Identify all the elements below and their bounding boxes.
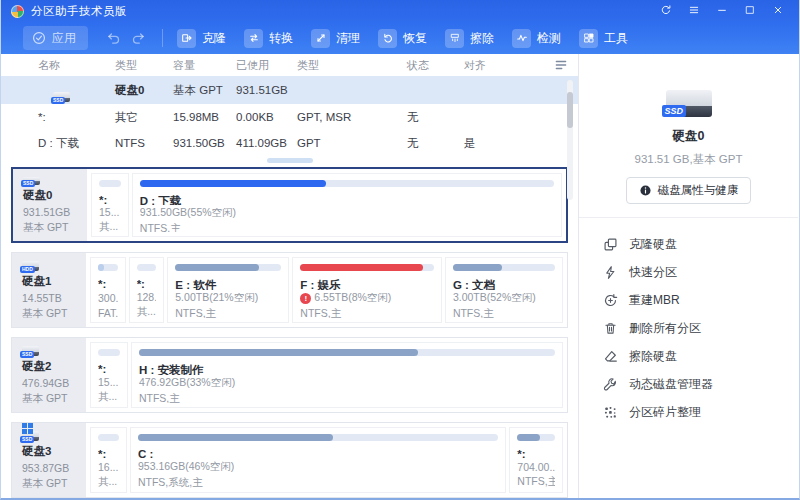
titlebar: 分区助手技术员版 bbox=[1, 0, 799, 22]
refresh-button[interactable] bbox=[655, 2, 677, 20]
partition-block[interactable]: *:128...其... bbox=[129, 257, 165, 323]
partition-filesystem: 其... bbox=[99, 220, 121, 232]
partition-size: 953.16GB(46%空闲) bbox=[138, 461, 498, 473]
toolbar-button-convert[interactable]: 转换 bbox=[244, 29, 293, 48]
close-icon bbox=[772, 2, 784, 20]
undo-icon[interactable] bbox=[106, 31, 121, 46]
sidebar-disk-name: 硬盘0 bbox=[579, 128, 798, 145]
minimize-button[interactable] bbox=[711, 2, 733, 20]
disk-row[interactable]: SSD硬盘3953.87GB基本 GPT*:16...其...C :953.16… bbox=[11, 422, 568, 498]
disk-info-block[interactable]: SSD硬盘3953.87GB基本 GPT bbox=[12, 423, 86, 497]
usage-bar bbox=[98, 349, 120, 356]
partition-block[interactable]: *:704.00...NTFS,主 bbox=[509, 427, 563, 493]
apply-button[interactable]: 应用 bbox=[23, 26, 88, 50]
toolbar-button-label: 擦除 bbox=[470, 30, 494, 47]
disk-info-block[interactable]: SSD硬盘2476.94GB基本 GPT bbox=[12, 338, 86, 412]
sidebar-item-label: 克隆硬盘 bbox=[629, 236, 677, 253]
toolbar-button-detect[interactable]: 检测 bbox=[512, 29, 561, 48]
disk-info-block[interactable]: HDD硬盘114.55TB基本 GPT bbox=[12, 253, 86, 327]
app-window: 分区助手技术员版 应用 克隆转换清理恢复擦除检测工具 名称类型容量已使用类型状态… bbox=[0, 0, 800, 500]
disk-row[interactable]: SSD硬盘0931.51GB基本 GPT*:15...其...D : 下载931… bbox=[11, 167, 568, 243]
splitter-handle[interactable] bbox=[267, 158, 313, 163]
ssd-icon: SSD bbox=[22, 431, 39, 441]
partition-block[interactable]: G : 文档3.00TB(52%空闲)NTFS,主 bbox=[445, 257, 563, 323]
partition-block[interactable]: D : 下载931.50GB(55%空闲)NTFS,主 bbox=[132, 173, 562, 237]
maximize-button[interactable] bbox=[739, 2, 761, 20]
main-area: 名称类型容量已使用类型状态对齐 SSD硬盘0基本 GPT931.51GB*:其它… bbox=[1, 54, 799, 498]
view-options-icon[interactable] bbox=[554, 58, 568, 72]
warning-icon: ! bbox=[300, 293, 311, 304]
toolbar-button-recover[interactable]: 恢复 bbox=[378, 29, 427, 48]
sidebar-item-label: 分区碎片整理 bbox=[629, 404, 701, 421]
partition-label: F : 娱乐 bbox=[300, 278, 434, 290]
sidebar-item-quick[interactable]: 快速分区 bbox=[603, 258, 798, 286]
table-cell: 931.50GB bbox=[173, 137, 236, 149]
usage-bar bbox=[453, 264, 555, 271]
table-row[interactable]: SSD硬盘0基本 GPT931.51GB bbox=[1, 76, 578, 104]
table-cell: 15.98MB bbox=[173, 111, 236, 123]
convert-icon bbox=[244, 29, 263, 48]
partition-block[interactable]: *:16...其... bbox=[90, 427, 127, 493]
disk-type: 基本 GPT bbox=[23, 221, 87, 235]
scrollbar-thumb[interactable] bbox=[567, 92, 573, 128]
usage-bar bbox=[175, 264, 281, 271]
table-body: SSD硬盘0基本 GPT931.51GB*:其它15.98MB0.00KBGPT… bbox=[1, 76, 578, 156]
sb-quick-icon bbox=[603, 265, 618, 280]
partition-block[interactable]: E : 软件5.00TB(21%空闲)NTFS,主 bbox=[167, 257, 289, 323]
usage-bar-fill bbox=[138, 434, 333, 441]
close-button[interactable] bbox=[767, 2, 789, 20]
minimize-icon bbox=[716, 2, 728, 20]
disk-properties-button[interactable]: 磁盘属性与健康 bbox=[626, 177, 752, 204]
partition-size: 5.00TB(21%空闲) bbox=[175, 293, 281, 304]
partition-filesystem: FAT... bbox=[98, 307, 118, 318]
sb-trash-icon bbox=[603, 321, 618, 336]
sb-rebuild-icon bbox=[603, 293, 618, 308]
partition-size: 704.00... bbox=[517, 462, 555, 473]
sidebar-item-wrench[interactable]: 动态磁盘管理器 bbox=[603, 370, 798, 398]
sidebar-item-clone[interactable]: 克隆硬盘 bbox=[603, 230, 798, 258]
partition-label: H : 安装制作 bbox=[139, 363, 555, 375]
partitions: *:15...其...H : 安装制作476.92GB(33%空闲)NTFS,主 bbox=[86, 338, 567, 412]
partition-block[interactable]: C :953.16GB(46%空闲)NTFS,系统,主 bbox=[130, 427, 506, 493]
partitions: *:300...FAT...*:128...其...E : 软件5.00TB(2… bbox=[86, 253, 567, 327]
table-header-cell: 类型 bbox=[297, 58, 407, 73]
disk-row[interactable]: HDD硬盘114.55TB基本 GPT*:300...FAT...*:128..… bbox=[11, 252, 568, 328]
redo-icon[interactable] bbox=[131, 31, 146, 46]
partition-block[interactable]: *:15...其... bbox=[90, 342, 128, 408]
menu-button[interactable] bbox=[683, 2, 705, 20]
toolbar-button-clone[interactable]: 克隆 bbox=[177, 29, 226, 48]
table-header: 名称类型容量已使用类型状态对齐 bbox=[1, 54, 578, 76]
partitions: *:16...其...C :953.16GB(46%空闲)NTFS,系统,主*:… bbox=[86, 423, 567, 497]
app-title: 分区助手技术员版 bbox=[31, 4, 127, 19]
toolbar-button-tools[interactable]: 工具 bbox=[579, 29, 628, 48]
disk-name: 硬盘3 bbox=[22, 444, 86, 459]
toolbar-button-wipe[interactable]: 擦除 bbox=[445, 29, 494, 48]
table-row[interactable]: *:其它15.98MB0.00KBGPT, MSR无 bbox=[1, 104, 578, 130]
toolbar-button-clean[interactable]: 清理 bbox=[311, 29, 360, 48]
table-scrollbar[interactable] bbox=[567, 80, 573, 200]
sidebar-item-eraser[interactable]: 擦除硬盘 bbox=[603, 342, 798, 370]
partition-size: 128... bbox=[137, 292, 157, 303]
table-cell: 无 bbox=[407, 110, 464, 125]
sidebar-item-rebuild[interactable]: 重建MBR bbox=[603, 286, 798, 314]
drive-badge: SSD bbox=[51, 97, 65, 104]
table-cell: 0.00KB bbox=[236, 111, 297, 123]
drive-badge: SSD bbox=[21, 180, 35, 187]
partition-block[interactable]: F : 娱乐!6.55TB(8%空闲)NTFS,主 bbox=[292, 257, 442, 323]
partition-block[interactable]: H : 安装制作476.92GB(33%空闲)NTFS,主 bbox=[131, 342, 563, 408]
partition-size: 931.50GB(55%空闲) bbox=[140, 208, 554, 218]
table-cell: 931.51GB bbox=[236, 84, 297, 96]
table-row[interactable]: D : 下载NTFS931.50GB411.09GBGPT无是 bbox=[1, 130, 578, 156]
partition-block[interactable]: *:300...FAT... bbox=[90, 257, 126, 323]
sidebar-item-defrag[interactable]: 分区碎片整理 bbox=[603, 398, 798, 426]
disk-row[interactable]: SSD硬盘2476.94GB基本 GPT*:15...其...H : 安装制作4… bbox=[11, 337, 568, 413]
partition-block[interactable]: *:15...其... bbox=[91, 173, 129, 237]
sidebar-item-label: 擦除硬盘 bbox=[629, 348, 677, 365]
info-icon bbox=[639, 184, 652, 197]
sidebar-item-trash[interactable]: 删除所有分区 bbox=[603, 314, 798, 342]
usage-bar bbox=[139, 349, 555, 356]
table-cell: NTFS bbox=[115, 137, 173, 149]
table-header-cell: 已使用 bbox=[236, 58, 297, 73]
disk-info-block[interactable]: SSD硬盘0931.51GB基本 GPT bbox=[13, 169, 87, 241]
detect-icon bbox=[512, 29, 531, 48]
